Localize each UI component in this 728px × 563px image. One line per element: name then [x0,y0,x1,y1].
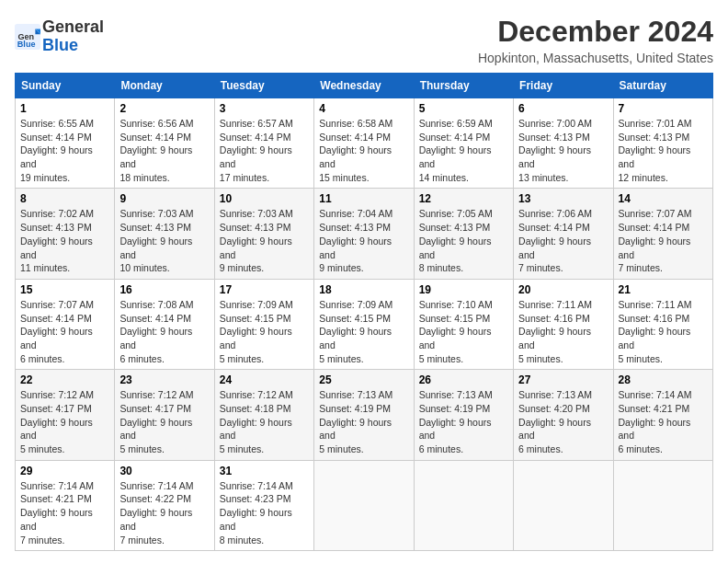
calendar-cell: 4Sunrise: 6:58 AMSunset: 4:14 PMDaylight… [314,98,414,189]
svg-text:Blue: Blue [17,40,36,49]
day-number: 28 [619,373,708,386]
month-title: December 2024 [478,15,713,49]
calendar-cell: 21Sunrise: 7:11 AMSunset: 4:16 PMDayligh… [613,279,712,369]
day-number: 17 [220,283,309,296]
day-number: 8 [20,192,109,205]
calendar-cell: 3Sunrise: 6:57 AMSunset: 4:14 PMDaylight… [214,98,313,189]
calendar-cell: 28Sunrise: 7:14 AMSunset: 4:21 PMDayligh… [613,370,712,460]
day-number: 14 [619,192,708,205]
cell-info: Sunrise: 7:07 AMSunset: 4:14 PMDaylight:… [619,207,708,274]
cell-info: Sunrise: 7:11 AMSunset: 4:16 PMDaylight:… [518,298,608,365]
dow-header-thursday: Thursday [414,74,513,98]
days-of-week-row: SundayMondayTuesdayWednesdayThursdayFrid… [16,74,713,98]
day-number: 18 [319,283,408,296]
location-title: Hopkinton, Massachusetts, United States [478,51,713,65]
cell-info: Sunrise: 7:12 AMSunset: 4:18 PMDaylight:… [220,388,309,455]
calendar-cell: 19Sunrise: 7:10 AMSunset: 4:15 PMDayligh… [414,279,513,369]
day-number: 24 [220,373,309,386]
calendar-cell: 6Sunrise: 7:00 AMSunset: 4:13 PMDaylight… [514,98,613,189]
cell-info: Sunrise: 7:13 AMSunset: 4:19 PMDaylight:… [419,388,508,455]
logo: Gen Blue General Blue [15,18,104,55]
cell-info: Sunrise: 7:08 AMSunset: 4:14 PMDaylight:… [119,298,209,365]
cell-info: Sunrise: 7:02 AMSunset: 4:13 PMDaylight:… [20,207,109,274]
calendar-cell: 8Sunrise: 7:02 AMSunset: 4:13 PMDaylight… [16,189,115,279]
cell-info: Sunrise: 7:10 AMSunset: 4:15 PMDaylight:… [419,298,508,365]
dow-header-wednesday: Wednesday [314,74,414,98]
calendar-cell: 2Sunrise: 6:56 AMSunset: 4:14 PMDaylight… [115,98,214,189]
cell-info: Sunrise: 7:14 AMSunset: 4:22 PMDaylight:… [119,479,209,546]
week-row-4: 22Sunrise: 7:12 AMSunset: 4:17 PMDayligh… [16,370,713,460]
week-row-5: 29Sunrise: 7:14 AMSunset: 4:21 PMDayligh… [16,460,713,550]
calendar-cell: 14Sunrise: 7:07 AMSunset: 4:14 PMDayligh… [613,189,712,279]
calendar-cell: 27Sunrise: 7:13 AMSunset: 4:20 PMDayligh… [514,370,613,460]
cell-info: Sunrise: 7:04 AMSunset: 4:13 PMDaylight:… [319,207,408,274]
cell-info: Sunrise: 7:14 AMSunset: 4:23 PMDaylight:… [220,479,309,546]
calendar-cell: 15Sunrise: 7:07 AMSunset: 4:14 PMDayligh… [16,279,115,369]
calendar-cell: 26Sunrise: 7:13 AMSunset: 4:19 PMDayligh… [414,370,513,460]
calendar-cell: 5Sunrise: 6:59 AMSunset: 4:14 PMDaylight… [414,98,513,189]
cell-info: Sunrise: 7:14 AMSunset: 4:21 PMDaylight:… [619,388,708,455]
cell-info: Sunrise: 7:03 AMSunset: 4:13 PMDaylight:… [119,207,209,274]
calendar-cell: 29Sunrise: 7:14 AMSunset: 4:21 PMDayligh… [16,460,115,550]
calendar-cell: 31Sunrise: 7:14 AMSunset: 4:23 PMDayligh… [214,460,313,550]
day-number: 16 [119,283,209,296]
week-row-2: 8Sunrise: 7:02 AMSunset: 4:13 PMDaylight… [16,189,713,279]
cell-info: Sunrise: 7:01 AMSunset: 4:13 PMDaylight:… [619,117,708,184]
cell-info: Sunrise: 7:07 AMSunset: 4:14 PMDaylight:… [20,298,109,365]
calendar-cell: 24Sunrise: 7:12 AMSunset: 4:18 PMDayligh… [214,370,313,460]
day-number: 4 [319,102,408,115]
dow-header-sunday: Sunday [16,74,115,98]
dow-header-monday: Monday [115,74,214,98]
day-number: 6 [518,102,608,115]
cell-info: Sunrise: 7:13 AMSunset: 4:19 PMDaylight:… [319,388,408,455]
day-number: 23 [119,373,209,386]
day-number: 10 [220,192,309,205]
calendar-cell [514,460,613,550]
calendar-cell [314,460,414,550]
cell-info: Sunrise: 7:06 AMSunset: 4:14 PMDaylight:… [518,207,608,274]
calendar-cell: 30Sunrise: 7:14 AMSunset: 4:22 PMDayligh… [115,460,214,550]
week-row-1: 1Sunrise: 6:55 AMSunset: 4:14 PMDaylight… [16,98,713,189]
title-block: December 2024 Hopkinton, Massachusetts, … [478,15,713,65]
calendar-cell: 17Sunrise: 7:09 AMSunset: 4:15 PMDayligh… [214,279,313,369]
calendar-cell: 9Sunrise: 7:03 AMSunset: 4:13 PMDaylight… [115,189,214,279]
calendar-body: 1Sunrise: 6:55 AMSunset: 4:14 PMDaylight… [16,98,713,551]
cell-info: Sunrise: 7:13 AMSunset: 4:20 PMDaylight:… [518,388,608,455]
cell-info: Sunrise: 7:09 AMSunset: 4:15 PMDaylight:… [319,298,408,365]
calendar-cell: 11Sunrise: 7:04 AMSunset: 4:13 PMDayligh… [314,189,414,279]
calendar-cell: 10Sunrise: 7:03 AMSunset: 4:13 PMDayligh… [214,189,313,279]
cell-info: Sunrise: 7:05 AMSunset: 4:13 PMDaylight:… [419,207,508,274]
calendar-cell [414,460,513,550]
header: Gen Blue General Blue December 2024 Hopk… [15,15,713,65]
cell-info: Sunrise: 7:12 AMSunset: 4:17 PMDaylight:… [20,388,109,455]
day-number: 9 [119,192,209,205]
day-number: 29 [20,465,109,477]
cell-info: Sunrise: 7:14 AMSunset: 4:21 PMDaylight:… [20,479,109,546]
day-number: 5 [419,102,508,115]
calendar-cell: 18Sunrise: 7:09 AMSunset: 4:15 PMDayligh… [314,279,414,369]
calendar-cell: 16Sunrise: 7:08 AMSunset: 4:14 PMDayligh… [115,279,214,369]
calendar-cell: 25Sunrise: 7:13 AMSunset: 4:19 PMDayligh… [314,370,414,460]
day-number: 11 [319,192,408,205]
day-number: 30 [119,465,209,477]
day-number: 22 [20,373,109,386]
dow-header-tuesday: Tuesday [214,74,313,98]
day-number: 25 [319,373,408,386]
day-number: 31 [220,465,309,477]
day-number: 12 [419,192,508,205]
calendar-cell [613,460,712,550]
calendar-cell: 1Sunrise: 6:55 AMSunset: 4:14 PMDaylight… [16,98,115,189]
cell-info: Sunrise: 6:59 AMSunset: 4:14 PMDaylight:… [419,117,508,184]
cell-info: Sunrise: 6:56 AMSunset: 4:14 PMDaylight:… [119,117,209,184]
calendar-cell: 7Sunrise: 7:01 AMSunset: 4:13 PMDaylight… [613,98,712,189]
day-number: 2 [119,102,209,115]
calendar-cell: 13Sunrise: 7:06 AMSunset: 4:14 PMDayligh… [514,189,613,279]
day-number: 19 [419,283,508,296]
day-number: 1 [20,102,109,115]
calendar-cell: 12Sunrise: 7:05 AMSunset: 4:13 PMDayligh… [414,189,513,279]
day-number: 26 [419,373,508,386]
dow-header-friday: Friday [514,74,613,98]
cell-info: Sunrise: 7:03 AMSunset: 4:13 PMDaylight:… [220,207,309,274]
calendar-cell: 23Sunrise: 7:12 AMSunset: 4:17 PMDayligh… [115,370,214,460]
day-number: 21 [619,283,708,296]
